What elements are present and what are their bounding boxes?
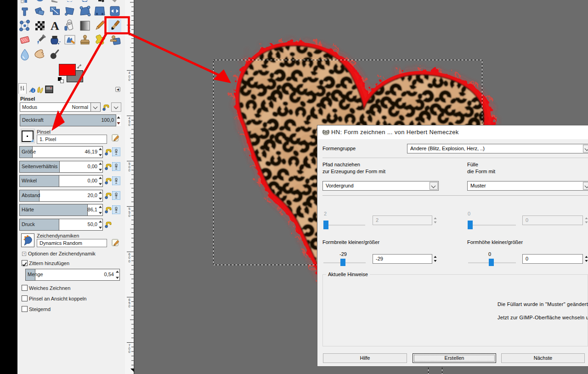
svg-text:0: 0 [129,32,130,36]
svg-text:0: 0 [129,214,130,218]
svg-text:A: A [51,19,59,33]
svg-text:0: 0 [129,350,130,354]
svg-text:0: 0 [129,168,130,172]
svg-text:0: 0 [129,123,130,127]
svg-text:0: 0 [129,304,130,308]
svg-text:0: 0 [129,78,130,82]
svg-text:0: 0 [129,259,130,263]
